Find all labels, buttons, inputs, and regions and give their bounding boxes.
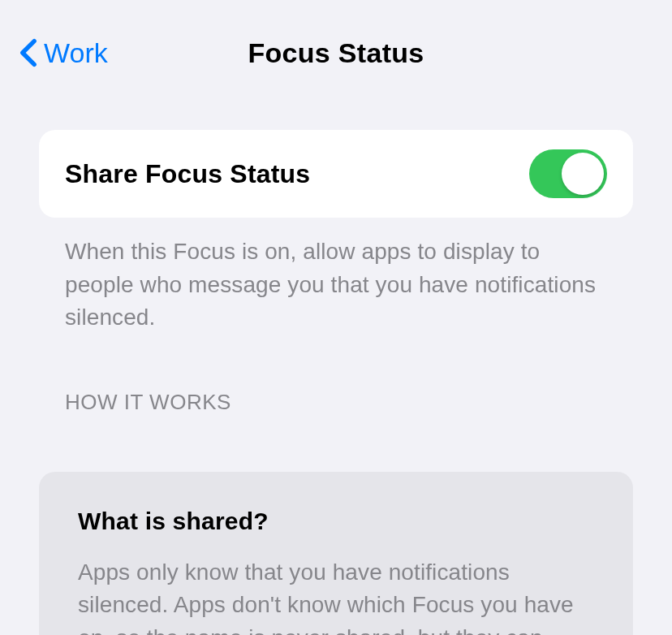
toggle-knob: [562, 153, 604, 195]
what-is-shared-body: Apps only know that you have notificatio…: [78, 556, 594, 635]
share-focus-label: Share Focus Status: [65, 159, 310, 189]
share-focus-footer: When this Focus is on, allow apps to dis…: [39, 218, 633, 335]
back-label: Work: [44, 37, 108, 69]
nav-bar: Work Focus Status: [0, 0, 672, 89]
back-button[interactable]: Work: [19, 37, 108, 69]
what-is-shared-card: What is shared? Apps only know that you …: [39, 472, 633, 635]
page-title: Focus Status: [16, 37, 656, 69]
content: Share Focus Status When this Focus is on…: [0, 89, 672, 635]
chevron-left-icon: [19, 38, 37, 67]
what-is-shared-title: What is shared?: [78, 508, 594, 535]
share-focus-toggle[interactable]: [529, 149, 607, 198]
how-it-works-header: HOW IT WORKS: [39, 335, 633, 433]
share-focus-group: Share Focus Status: [39, 130, 633, 218]
share-focus-row: Share Focus Status: [39, 130, 633, 218]
